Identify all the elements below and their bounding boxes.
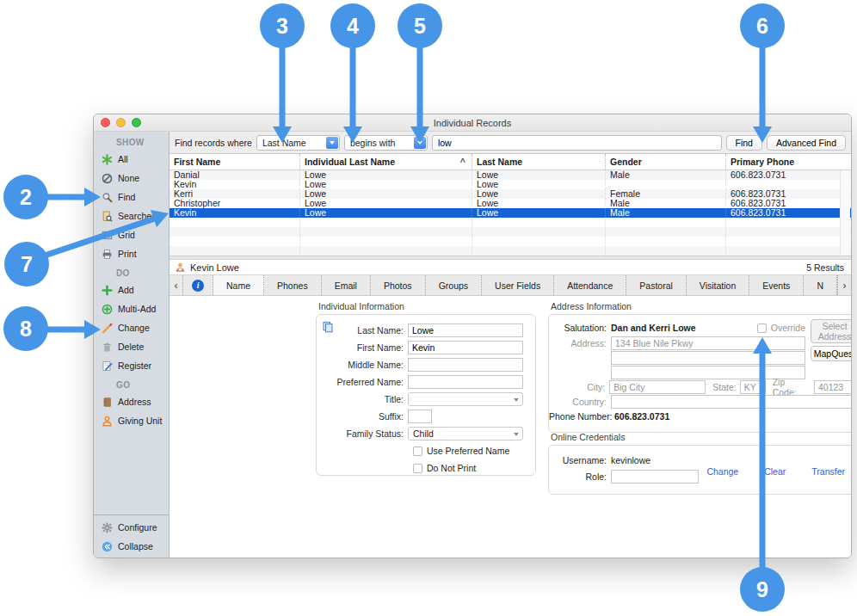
address-line1-field[interactable] — [611, 336, 805, 350]
info-icon: i — [192, 280, 204, 292]
find-button[interactable]: Find — [726, 135, 762, 151]
tab-events[interactable]: Events — [749, 275, 804, 295]
address-label: Address: — [549, 338, 611, 348]
sidebar-item-configure[interactable]: Configure — [94, 518, 169, 537]
sidebar-item-find[interactable]: Find — [94, 188, 169, 206]
callout-3: 3 — [260, 3, 305, 48]
tab-phones[interactable]: Phones — [264, 275, 322, 295]
sidebar: SHOW All None Find Searches Grid Print D… — [94, 132, 170, 557]
title-select[interactable] — [408, 392, 523, 406]
address-line2-field[interactable] — [611, 351, 805, 365]
column-last-name[interactable]: Last Name — [472, 154, 606, 169]
change-link[interactable]: Change — [706, 466, 738, 477]
family-status-select[interactable]: Child — [408, 427, 523, 440]
collapse-icon — [102, 541, 113, 552]
override-checkbox[interactable] — [757, 323, 767, 333]
sidebar-item-register[interactable]: Register — [94, 356, 169, 375]
tab-next-partial[interactable]: N — [804, 275, 837, 295]
tab-name[interactable]: Name — [213, 275, 264, 295]
role-label: Role: — [549, 471, 611, 482]
column-primary-phone[interactable]: Primary Phone — [726, 154, 851, 169]
table-row-empty — [170, 227, 851, 237]
transfer-link[interactable]: Transfer — [811, 466, 845, 477]
tab-pastoral[interactable]: Pastoral — [626, 275, 687, 295]
sidebar-item-change[interactable]: Change — [94, 318, 169, 337]
table-row-empty — [170, 237, 851, 246]
first-name-field[interactable] — [408, 341, 523, 354]
copy-icon[interactable] — [322, 321, 334, 333]
salutation-value: Dan and Kerri Lowe — [611, 323, 696, 333]
middle-name-field[interactable] — [408, 358, 523, 372]
use-preferred-name-checkbox[interactable] — [413, 447, 422, 456]
sidebar-item-giving-unit[interactable]: Giving Unit — [94, 411, 169, 430]
tab-bar: ‹ i Name Phones Email Photos Groups User… — [170, 275, 851, 296]
callout-5: 5 — [398, 3, 442, 48]
advanced-find-button[interactable]: Advanced Find — [767, 135, 846, 151]
tabs-prev-button[interactable]: ‹ — [170, 275, 183, 295]
callout-7: 7 — [4, 242, 49, 286]
sidebar-item-delete[interactable]: Delete — [94, 337, 169, 356]
table-row-empty — [170, 246, 851, 256]
role-field[interactable] — [611, 470, 699, 484]
search-input[interactable] — [432, 135, 722, 151]
table-row[interactable]: KerriLoweLoweFemale606.823.0731 — [170, 189, 851, 199]
city-field[interactable] — [609, 380, 706, 394]
sidebar-item-searches[interactable]: Searches — [94, 206, 169, 225]
sidebar-item-add[interactable]: Add — [94, 280, 169, 299]
individual-information-group: Individual Information Last Name: First … — [316, 301, 536, 476]
chevron-down-icon — [514, 398, 519, 402]
callout-8: 8 — [3, 306, 48, 351]
tab-attendance[interactable]: Attendance — [554, 275, 626, 295]
state-field[interactable] — [740, 380, 766, 394]
table-row[interactable]: KevinLoweLowe — [170, 180, 851, 189]
find-bar: Find records where Last Name begins with… — [170, 132, 851, 154]
online-credentials-group: Online Credentials Username:kevinlowe Ro… — [548, 432, 852, 495]
callout-2: 2 — [3, 175, 48, 219]
table-scrollbar[interactable] — [840, 170, 850, 256]
tab-info[interactable]: i — [183, 275, 213, 295]
none-icon — [102, 173, 113, 184]
sidebar-item-all[interactable]: All — [94, 150, 169, 169]
tab-groups[interactable]: Groups — [426, 275, 482, 295]
table-row-selected[interactable]: KevinLoweLoweMale606.823.0731 — [170, 208, 851, 218]
title-label: Title: — [317, 394, 408, 404]
last-name-field[interactable] — [408, 323, 523, 337]
table-row[interactable]: DanialLoweLoweMale606.823.0731 — [170, 170, 851, 180]
column-gender[interactable]: Gender — [606, 154, 726, 169]
sidebar-item-grid[interactable]: Grid — [94, 225, 169, 244]
tabs-next-button[interactable]: › — [837, 275, 851, 295]
zip-code-field[interactable] — [814, 380, 852, 394]
mapquest-button[interactable]: MapQuest — [811, 346, 852, 361]
clear-link[interactable]: Clear — [764, 466, 786, 477]
individual-information-title: Individual Information — [316, 301, 536, 311]
column-individual-last-name[interactable]: Individual Last Name^ — [300, 154, 472, 169]
select-address-button[interactable]: Select Address — [811, 319, 852, 343]
sidebar-item-address[interactable]: Address — [94, 392, 169, 411]
tab-email[interactable]: Email — [322, 275, 371, 295]
person-icon — [102, 416, 113, 427]
username-label: Username: — [549, 455, 611, 465]
sidebar-item-print[interactable]: Print — [94, 244, 169, 263]
operator-select[interactable]: begins with — [344, 135, 428, 151]
preferred-name-field[interactable] — [408, 375, 523, 389]
country-field[interactable] — [611, 395, 852, 409]
do-not-print-checkbox[interactable] — [413, 464, 422, 473]
sidebar-item-none[interactable]: None — [94, 169, 169, 188]
sidebar-item-multi-add[interactable]: Multi-Add — [94, 299, 169, 318]
record-header: Kevin Lowe 5 Results — [170, 260, 851, 275]
gear-icon — [102, 522, 113, 533]
tab-photos[interactable]: Photos — [371, 275, 426, 295]
printer-icon — [102, 249, 113, 260]
table-row[interactable]: ChristopherLoweLoweMale606.823.0731 — [170, 199, 851, 208]
sidebar-item-collapse[interactable]: Collapse — [94, 537, 169, 556]
field-select[interactable]: Last Name — [256, 135, 340, 151]
tab-user-fields[interactable]: User Fields — [482, 275, 554, 295]
tab-visitation[interactable]: Visitation — [687, 275, 749, 295]
suffix-field[interactable] — [408, 410, 432, 423]
suffix-label: Suffix: — [317, 411, 408, 422]
column-first-name[interactable]: First Name — [170, 154, 300, 169]
circle-plus-icon — [102, 304, 113, 315]
table-row-empty — [170, 218, 851, 227]
results-count: 5 Results — [806, 262, 844, 273]
individual-records-window: Individual Records SHOW All None Find Se… — [93, 114, 852, 558]
